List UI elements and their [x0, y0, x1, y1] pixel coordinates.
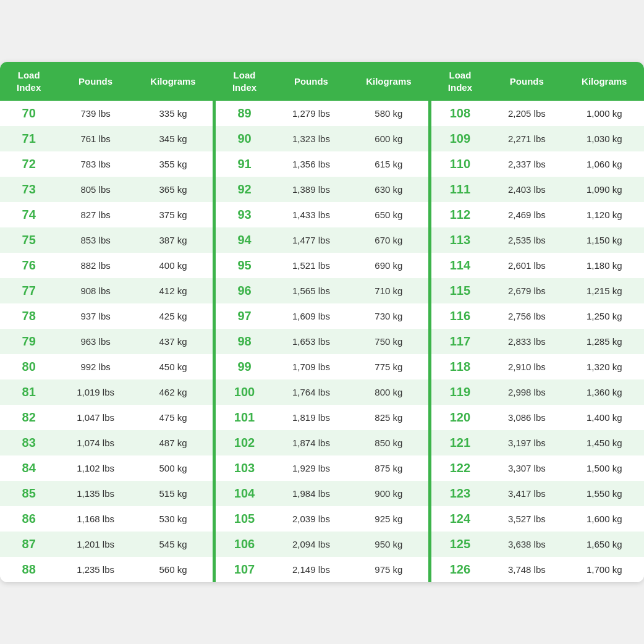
load-index-3: 123	[431, 481, 489, 506]
load-index-3: 125	[431, 532, 489, 557]
kilograms-2: 750 kg	[349, 329, 428, 354]
pounds-2: 1,521 lbs	[273, 253, 349, 278]
pounds-2: 1,389 lbs	[273, 177, 349, 202]
load-index-1: 80	[0, 354, 57, 379]
load-index-3: 121	[431, 430, 489, 455]
pounds-2: 1,565 lbs	[273, 278, 349, 303]
table-row: 88 1,235 lbs 560 kg 107 2,149 lbs 975 kg…	[0, 557, 644, 582]
pounds-2: 1,323 lbs	[273, 126, 349, 151]
kilograms-2: 690 kg	[349, 253, 428, 278]
load-index-3: 117	[431, 329, 489, 354]
pounds-1: 1,047 lbs	[57, 405, 133, 430]
kilograms-1: 345 kg	[133, 126, 213, 151]
pounds-1: 1,168 lbs	[57, 506, 133, 532]
kilograms-2: 670 kg	[349, 227, 428, 253]
kilograms-1: 560 kg	[133, 557, 213, 582]
kilograms-3: 1,120 kg	[565, 202, 644, 227]
pounds-1: 739 lbs	[57, 101, 133, 126]
header-col1-kilograms: Kilograms	[133, 62, 213, 101]
table-row: 71 761 lbs 345 kg 90 1,323 lbs 600 kg 10…	[0, 126, 644, 151]
load-index-3: 112	[431, 202, 489, 227]
load-index-1: 70	[0, 101, 57, 126]
pounds-2: 1,279 lbs	[273, 101, 349, 126]
kilograms-2: 615 kg	[349, 151, 428, 177]
load-index-3: 111	[431, 177, 489, 202]
kilograms-1: 425 kg	[133, 303, 213, 329]
kilograms-1: 387 kg	[133, 227, 213, 253]
load-index-1: 72	[0, 151, 57, 177]
kilograms-2: 800 kg	[349, 379, 428, 405]
kilograms-1: 450 kg	[133, 354, 213, 379]
kilograms-3: 1,550 kg	[565, 481, 644, 506]
kilograms-3: 1,600 kg	[565, 506, 644, 532]
table-row: 85 1,135 lbs 515 kg 104 1,984 lbs 900 kg…	[0, 481, 644, 506]
load-index-2: 94	[216, 227, 273, 253]
kilograms-3: 1,500 kg	[565, 455, 644, 481]
pounds-3: 3,748 lbs	[489, 557, 565, 582]
kilograms-3: 1,150 kg	[565, 227, 644, 253]
load-index-3: 122	[431, 455, 489, 481]
pounds-1: 992 lbs	[57, 354, 133, 379]
table-row: 77 908 lbs 412 kg 96 1,565 lbs 710 kg 11…	[0, 278, 644, 303]
pounds-1: 1,102 lbs	[57, 455, 133, 481]
pounds-3: 2,910 lbs	[489, 354, 565, 379]
load-index-3: 110	[431, 151, 489, 177]
pounds-3: 2,403 lbs	[489, 177, 565, 202]
header-col3-pounds: Pounds	[489, 62, 565, 101]
load-index-2: 93	[216, 202, 273, 227]
header-col3-kilograms: Kilograms	[565, 62, 644, 101]
load-index-1: 76	[0, 253, 57, 278]
kilograms-1: 437 kg	[133, 329, 213, 354]
pounds-2: 2,149 lbs	[273, 557, 349, 582]
pounds-2: 1,874 lbs	[273, 430, 349, 455]
kilograms-1: 515 kg	[133, 481, 213, 506]
load-index-1: 77	[0, 278, 57, 303]
table-row: 74 827 lbs 375 kg 93 1,433 lbs 650 kg 11…	[0, 202, 644, 227]
load-index-3: 114	[431, 253, 489, 278]
load-index-2: 98	[216, 329, 273, 354]
pounds-2: 1,433 lbs	[273, 202, 349, 227]
load-index-3: 116	[431, 303, 489, 329]
load-index-3: 118	[431, 354, 489, 379]
pounds-2: 1,653 lbs	[273, 329, 349, 354]
pounds-1: 882 lbs	[57, 253, 133, 278]
kilograms-2: 580 kg	[349, 101, 428, 126]
load-index-1: 73	[0, 177, 57, 202]
header-col2-kilograms: Kilograms	[349, 62, 428, 101]
pounds-3: 3,197 lbs	[489, 430, 565, 455]
table-row: 72 783 lbs 355 kg 91 1,356 lbs 615 kg 11…	[0, 151, 644, 177]
kilograms-3: 1,000 kg	[565, 101, 644, 126]
load-index-1: 75	[0, 227, 57, 253]
kilograms-2: 825 kg	[349, 405, 428, 430]
pounds-2: 1,819 lbs	[273, 405, 349, 430]
pounds-2: 1,477 lbs	[273, 227, 349, 253]
pounds-3: 2,601 lbs	[489, 253, 565, 278]
kilograms-2: 630 kg	[349, 177, 428, 202]
kilograms-1: 500 kg	[133, 455, 213, 481]
load-index-3: 109	[431, 126, 489, 151]
pounds-2: 2,039 lbs	[273, 506, 349, 532]
load-index-1: 86	[0, 506, 57, 532]
load-index-2: 96	[216, 278, 273, 303]
kilograms-2: 710 kg	[349, 278, 428, 303]
kilograms-2: 730 kg	[349, 303, 428, 329]
kilograms-3: 1,090 kg	[565, 177, 644, 202]
kilograms-3: 1,360 kg	[565, 379, 644, 405]
kilograms-1: 335 kg	[133, 101, 213, 126]
pounds-2: 1,356 lbs	[273, 151, 349, 177]
kilograms-1: 365 kg	[133, 177, 213, 202]
pounds-3: 3,638 lbs	[489, 532, 565, 557]
load-index-2: 107	[216, 557, 273, 582]
load-index-1: 81	[0, 379, 57, 405]
pounds-2: 1,984 lbs	[273, 481, 349, 506]
header-col3-load-index: LoadIndex	[431, 62, 489, 101]
kilograms-3: 1,250 kg	[565, 303, 644, 329]
pounds-1: 827 lbs	[57, 202, 133, 227]
pounds-1: 1,135 lbs	[57, 481, 133, 506]
pounds-3: 3,417 lbs	[489, 481, 565, 506]
pounds-1: 853 lbs	[57, 227, 133, 253]
table-row: 79 963 lbs 437 kg 98 1,653 lbs 750 kg 11…	[0, 329, 644, 354]
pounds-1: 1,019 lbs	[57, 379, 133, 405]
kilograms-3: 1,400 kg	[565, 405, 644, 430]
kilograms-3: 1,450 kg	[565, 430, 644, 455]
